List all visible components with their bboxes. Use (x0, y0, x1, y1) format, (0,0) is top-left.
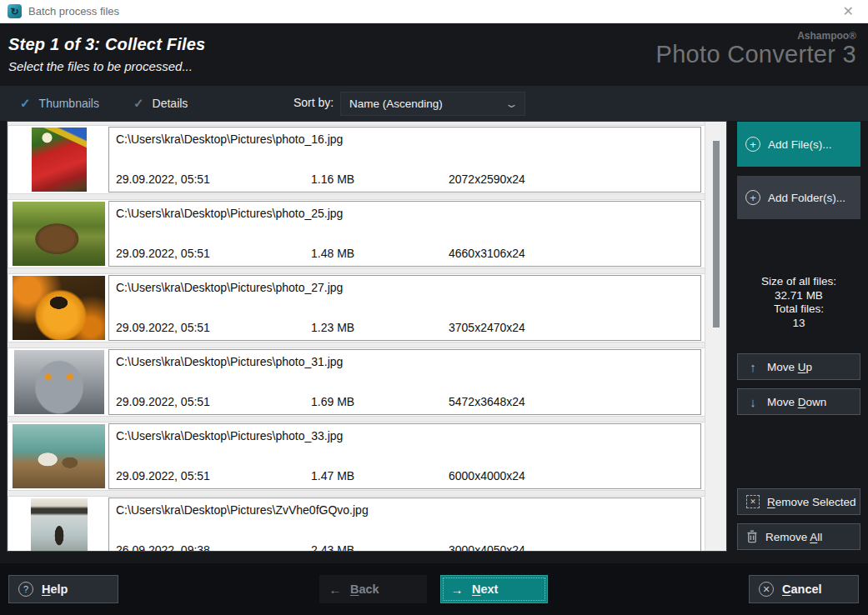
arrow-left-icon: ← (329, 582, 342, 597)
add-files-button[interactable]: + Add File(s)... (737, 122, 860, 167)
thumbnail-wrap (10, 424, 108, 488)
back-button[interactable]: ← Back (319, 575, 427, 603)
file-size: 1.69 MB (311, 395, 354, 408)
photo-thumbnail (13, 276, 105, 340)
title-bar: ↻ Batch process files ✕ (0, 0, 868, 23)
file-date: 29.09.2022, 05:51 (116, 172, 210, 186)
thumbnail-wrap (10, 276, 108, 340)
file-info-box: C:\Users\kra\Desktop\Pictures\photo_33.j… (108, 423, 701, 489)
summary-size-value: 32.71 MB (737, 289, 860, 303)
file-resolution: 6000x4000x24 (449, 469, 525, 482)
file-info-box: C:\Users\kra\Desktop\Pictures\photo_27.j… (108, 275, 701, 341)
file-path: C:\Users\kra\Desktop\Pictures\photo_33.j… (116, 429, 343, 442)
file-row[interactable]: C:\Users\kra\Desktop\Pictures\photo_25.j… (8, 199, 705, 268)
next-button[interactable]: → Next (440, 575, 548, 603)
move-up-label: Move Up (767, 361, 812, 373)
file-path: C:\Users\kra\Desktop\Pictures\photo_25.j… (116, 207, 343, 220)
files-summary: Size of all files: 32.71 MB Total files:… (737, 275, 860, 330)
file-list: C:\Users\kra\Desktop\Pictures\photo_16.j… (7, 121, 727, 552)
scrollbar-thumb[interactable] (713, 141, 720, 328)
file-info-box: C:\Users\kra\Desktop\Pictures\photo_25.j… (108, 201, 701, 267)
file-resolution: 3705x2470x24 (449, 321, 525, 334)
summary-size-label: Size of all files: (737, 275, 860, 289)
file-size: 1.23 MB (311, 321, 354, 334)
brand-name: Ashampoo® (656, 30, 856, 42)
arrow-right-icon: → (450, 582, 464, 597)
photo-thumbnail (32, 128, 87, 192)
file-resolution: 3000x4050x24 (449, 543, 525, 552)
product-name: Photo Converter 3 (656, 42, 856, 68)
next-label: Next (472, 582, 498, 596)
file-date: 29.09.2022, 05:51 (116, 247, 210, 260)
sort-by-dropdown[interactable]: Name (Ascending) ⌄ (340, 92, 525, 116)
sort-by-label: Sort by: (294, 96, 334, 109)
plus-circle-icon: + (745, 190, 760, 205)
file-date: 29.09.2022, 05:51 (116, 469, 210, 482)
help-button[interactable]: ? Help (8, 575, 118, 603)
trash-icon (746, 530, 758, 543)
move-down-button[interactable]: ↓ Move Down (737, 388, 860, 415)
move-down-label: Move Down (767, 396, 826, 408)
photo-thumbnail (14, 350, 104, 414)
step-title: Step 1 of 3: Collect Files (8, 35, 205, 54)
file-size: 1.47 MB (311, 469, 354, 482)
view-toolbar: ✓ Thumbnails ✓ Details Sort by: Name (As… (0, 86, 868, 121)
file-path: C:\Users\kra\Desktop\Pictures\ZvVhe0fGQv… (116, 503, 369, 517)
add-files-label: Add File(s)... (768, 138, 832, 151)
question-circle-icon: ? (18, 582, 33, 597)
list-scrollbar[interactable] (705, 122, 726, 551)
tab-details-label: Details (153, 97, 188, 110)
file-path: C:\Users\kra\Desktop\Pictures\photo_27.j… (116, 281, 343, 294)
photo-thumbnail (13, 202, 105, 266)
tab-thumbnails-label: Thumbnails (39, 97, 99, 110)
cancel-button[interactable]: ✕ Cancel (749, 575, 859, 603)
add-folders-button[interactable]: + Add Folder(s)... (737, 176, 860, 219)
tab-details[interactable]: ✓ Details (133, 86, 188, 121)
thumbnail-wrap (10, 202, 108, 266)
file-row[interactable]: C:\Users\kra\Desktop\Pictures\ZvVhe0fGQv… (8, 496, 705, 552)
sort-by-value: Name (Ascending) (349, 98, 443, 110)
close-icon[interactable]: ✕ (836, 3, 860, 19)
summary-count-label: Total files: (737, 302, 860, 317)
check-icon: ✓ (20, 96, 31, 111)
photo-thumbnail (31, 498, 88, 552)
tab-thumbnails[interactable]: ✓ Thumbnails (20, 86, 99, 121)
file-size: 2.43 MB (311, 543, 354, 552)
file-date: 29.09.2022, 05:51 (116, 321, 210, 334)
footer-bar: ? Help ← Back → Next ✕ Cancel (0, 563, 868, 615)
thumbnail-wrap (10, 350, 108, 414)
help-label: Help (42, 582, 68, 596)
file-row[interactable]: C:\Users\kra\Desktop\Pictures\photo_33.j… (8, 422, 705, 491)
remove-all-label: Remove All (765, 531, 822, 543)
thumbnail-wrap (10, 128, 108, 192)
file-date: 26.09.2022, 09:38 (116, 543, 210, 552)
file-row[interactable]: C:\Users\kra\Desktop\Pictures\photo_16.j… (8, 125, 705, 194)
file-info-box: C:\Users\kra\Desktop\Pictures\photo_31.j… (108, 349, 701, 415)
remove-selected-label: Remove Selected (767, 496, 856, 508)
file-path: C:\Users\kra\Desktop\Pictures\photo_31.j… (116, 355, 343, 368)
back-label: Back (350, 582, 379, 596)
file-row[interactable]: C:\Users\kra\Desktop\Pictures\photo_31.j… (8, 348, 705, 417)
cancel-label: Cancel (782, 582, 822, 596)
file-row[interactable]: C:\Users\kra\Desktop\Pictures\photo_27.j… (8, 273, 705, 342)
remove-all-button[interactable]: Remove All (737, 523, 860, 550)
move-up-button[interactable]: ↑ Move Up (737, 353, 860, 380)
file-date: 29.09.2022, 05:51 (116, 395, 210, 408)
file-resolution: 4660x3106x24 (449, 247, 525, 260)
arrow-down-icon: ↓ (746, 395, 760, 409)
arrow-up-icon: ↑ (746, 360, 760, 374)
wizard-header: Step 1 of 3: Collect Files Select the fi… (0, 23, 868, 86)
file-resolution: 5472x3648x24 (449, 395, 525, 408)
file-resolution: 2072x2590x24 (449, 172, 525, 186)
step-subtitle: Select the files to be processed... (8, 59, 193, 73)
remove-selected-button[interactable]: ✕ Remove Selected (737, 488, 860, 515)
app-icon: ↻ (8, 4, 22, 18)
file-info-box: C:\Users\kra\Desktop\Pictures\ZvVhe0fGQv… (108, 498, 701, 552)
selection-remove-icon: ✕ (746, 495, 760, 508)
add-folders-label: Add Folder(s)... (768, 192, 845, 204)
file-size: 1.16 MB (311, 172, 354, 186)
summary-count-value: 13 (737, 317, 860, 331)
chevron-down-icon: ⌄ (504, 98, 519, 110)
brand-logo: Ashampoo® Photo Converter 3 (656, 30, 856, 68)
x-circle-icon: ✕ (759, 582, 774, 597)
